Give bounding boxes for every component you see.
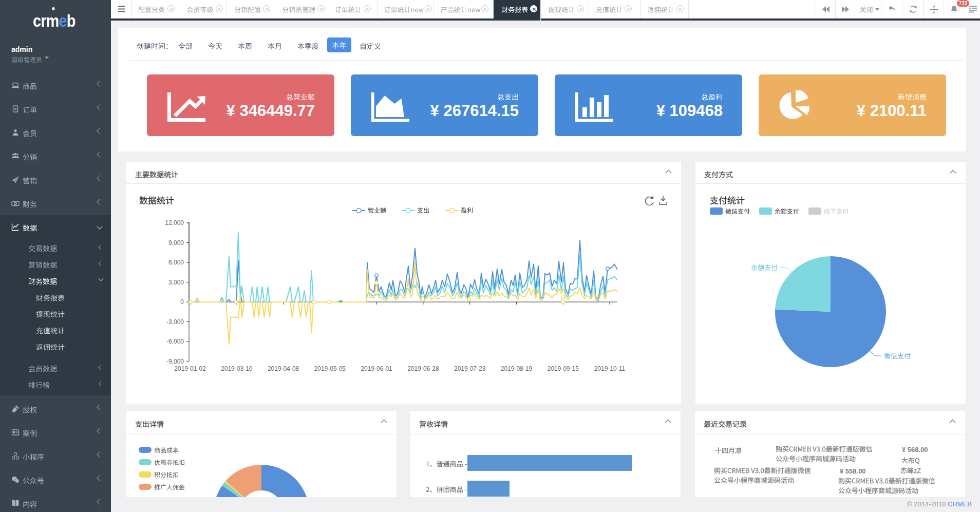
svg-text:3,000: 3,000 — [168, 279, 184, 286]
svg-text:2019-06-28: 2019-06-28 — [407, 365, 439, 372]
svg-text:2019-08-19: 2019-08-19 — [501, 365, 533, 372]
svg-text:2019-04-08: 2019-04-08 — [268, 365, 299, 372]
svg-text:2019-03-10: 2019-03-10 — [221, 365, 253, 372]
svg-text:-3,000: -3,000 — [166, 318, 184, 326]
svg-text:-6,000: -6,000 — [166, 338, 184, 345]
svg-text:2019-06-01: 2019-06-01 — [361, 365, 392, 372]
svg-text:-9,000: -9,000 — [166, 358, 184, 365]
svg-text:2019-07-23: 2019-07-23 — [454, 365, 486, 372]
svg-text:2019-05-05: 2019-05-05 — [314, 365, 346, 372]
svg-text:9,000: 9,000 — [168, 239, 184, 246]
svg-text:0: 0 — [180, 298, 184, 306]
svg-text:6,000: 6,000 — [168, 259, 184, 266]
svg-text:2019-01-02: 2019-01-02 — [174, 365, 206, 372]
svg-text:2019-10-11: 2019-10-11 — [594, 365, 626, 372]
svg-text:2019-09-15: 2019-09-15 — [548, 365, 579, 372]
svg-text:12,000: 12,000 — [165, 219, 184, 226]
